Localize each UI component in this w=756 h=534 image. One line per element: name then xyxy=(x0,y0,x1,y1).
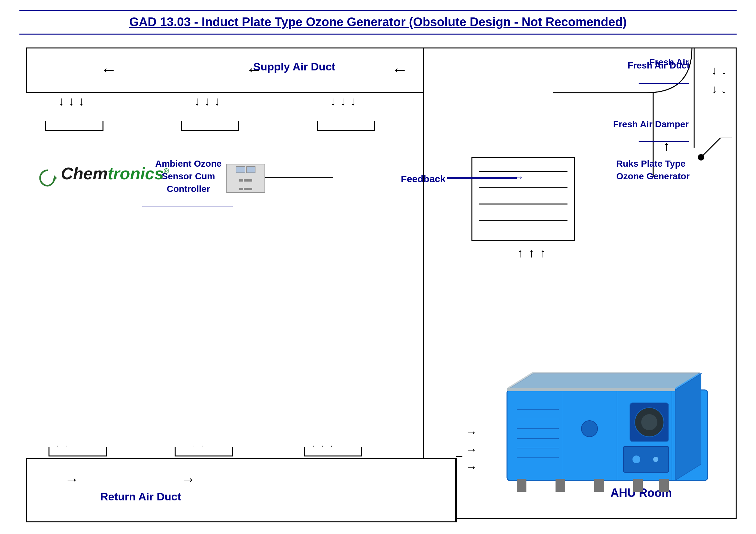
fresh-air-label: Fresh Air xyxy=(649,57,689,68)
supply-arrow-3: ← xyxy=(391,60,408,79)
damper-symbol-svg xyxy=(694,135,733,161)
return-arrow-2: → xyxy=(181,471,195,488)
svg-rect-28 xyxy=(594,479,604,492)
feedback-arrow-line xyxy=(447,177,517,179)
chemtronics-text: Chemtronics® xyxy=(61,164,169,183)
plate-4 xyxy=(479,220,567,221)
svg-point-16 xyxy=(641,414,657,430)
svg-marker-32 xyxy=(507,372,701,388)
svg-rect-23 xyxy=(623,446,669,472)
fresh-air-duct-underline xyxy=(639,83,689,84)
ahu-room-flow-arrows: → → → xyxy=(466,425,477,474)
down-arrows-group-1: ↓↓↓ xyxy=(58,94,84,108)
feedback-label: Feedback xyxy=(401,173,446,185)
diffuser-2 xyxy=(181,121,239,131)
plate-2 xyxy=(479,187,567,188)
page: GAD 13.03 - Induct Plate Type Ozone Gene… xyxy=(0,0,756,534)
svg-rect-27 xyxy=(555,479,565,492)
diagram-area: Supply Air Duct ← ← ← ↓↓↓ ↓↓↓ ↓↓↓ xyxy=(19,47,737,525)
return-diffuser-3 xyxy=(304,447,362,456)
page-title: GAD 13.03 - Induct Plate Type Ozone Gene… xyxy=(129,15,627,29)
svg-rect-30 xyxy=(659,479,669,492)
down-arrows-group-2: ↓↓↓ xyxy=(194,94,220,108)
feedback-arrowhead: → xyxy=(514,172,524,183)
return-arrow-1: → xyxy=(65,471,79,488)
return-air-duct-box xyxy=(26,458,456,522)
chemtronics-logo: Chemtronics® xyxy=(39,164,169,187)
ozone-generator-box xyxy=(472,157,575,241)
title-bar: GAD 13.03 - Induct Plate Type Ozone Gene… xyxy=(19,10,737,35)
svg-marker-10 xyxy=(675,374,701,480)
fresh-air-damper-underline xyxy=(639,141,689,142)
return-air-duct-label: Return Air Duct xyxy=(100,490,181,503)
fresh-air-duct-right-wall xyxy=(736,47,737,148)
plate-3 xyxy=(479,204,567,205)
svg-rect-29 xyxy=(633,479,643,492)
fresh-air-damper-label: Fresh Air Damper xyxy=(613,118,689,130)
svg-marker-7 xyxy=(54,175,57,181)
svg-point-24 xyxy=(633,455,640,463)
fresh-air-arrows: ↓↓ ↓↓ xyxy=(711,64,727,96)
sensor-controller-box xyxy=(226,164,265,193)
ozone-up-arrows: ↑ ↑ ↑ xyxy=(517,246,546,260)
ozone-gen-label: Ruks Plate Type Ozone Generator xyxy=(616,157,690,183)
fresh-air-duct-top-wall xyxy=(694,47,737,48)
return-right-connector xyxy=(456,456,462,457)
diffuser-3 xyxy=(317,121,375,131)
return-diffuser-2 xyxy=(175,447,233,456)
sensor-to-gen-line xyxy=(265,177,333,178)
sensor-label-underline xyxy=(142,206,233,206)
svg-point-25 xyxy=(653,457,658,462)
supply-arrow-2: ← xyxy=(246,60,262,79)
svg-text:↑: ↑ xyxy=(663,138,670,154)
svg-point-33 xyxy=(581,420,598,437)
svg-line-4 xyxy=(701,138,720,157)
fresh-air-duct-left-wall xyxy=(693,47,694,148)
down-arrows-group-3: ↓↓↓ xyxy=(330,94,356,108)
return-diffuser-1 xyxy=(48,447,107,456)
svg-point-5 xyxy=(698,154,704,161)
supply-arrow-1: ← xyxy=(100,60,117,79)
svg-rect-31 xyxy=(507,388,675,391)
diffuser-1 xyxy=(45,121,103,131)
return-to-ahu-connector xyxy=(456,458,457,522)
svg-rect-26 xyxy=(517,479,526,492)
ahu-machine-svg xyxy=(491,364,717,503)
chemtronics-icon xyxy=(39,169,57,187)
